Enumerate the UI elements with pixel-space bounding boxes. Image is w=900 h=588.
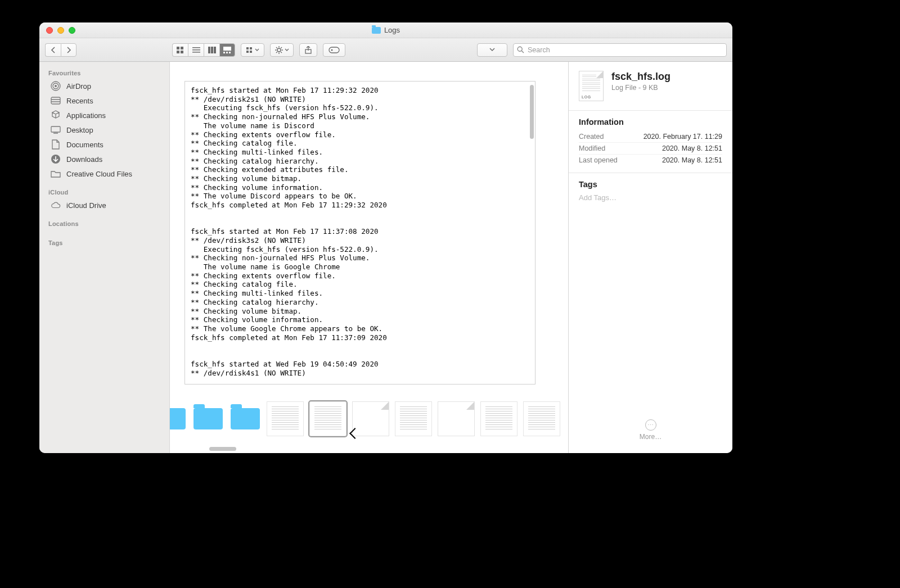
info-label: Created (579, 133, 604, 141)
file-kind-size: Log File - 9 KB (611, 84, 670, 92)
tag-icon (328, 47, 340, 53)
content-area: fsck_hfs started at Mon Feb 17 11:29:32 … (170, 62, 568, 453)
arrange-button[interactable] (241, 43, 264, 57)
thumbnail-file-selected[interactable] (309, 401, 346, 436)
close-button[interactable] (46, 27, 53, 34)
sidebar-item-airdrop[interactable]: AirDrop (39, 79, 169, 93)
sidebar-header-tags: Tags (39, 237, 169, 248)
tags-section: Tags Add Tags… (569, 173, 732, 209)
column-view-button[interactable] (204, 43, 219, 57)
svg-rect-8 (211, 47, 213, 53)
folder-icon (372, 27, 381, 34)
sidebar-item-downloads[interactable]: Downloads (39, 152, 169, 166)
search-input[interactable] (528, 46, 723, 54)
chevron-down-icon (285, 48, 289, 52)
svg-point-30 (518, 47, 522, 51)
more-icon[interactable]: ⋯ (645, 419, 656, 431)
thumbnail-file[interactable] (352, 401, 389, 436)
inspector-panel: LOG fsck_hfs.log Log File - 9 KB Informa… (568, 62, 732, 453)
view-mode-buttons (172, 43, 235, 57)
info-label: Modified (579, 144, 605, 152)
file-icon-tag: LOG (582, 95, 591, 99)
information-section: Information Created 2020. February 17. 1… (569, 110, 732, 173)
reveal-dropdown[interactable] (477, 43, 507, 57)
sidebar-item-creative-cloud[interactable]: Creative Cloud Files (39, 166, 169, 181)
sidebar-item-label: Downloads (66, 155, 102, 164)
svg-line-31 (521, 51, 524, 53)
window-title: Logs (39, 26, 732, 34)
thumbnail-file[interactable] (438, 401, 475, 436)
action-button[interactable] (270, 43, 294, 57)
sidebar-item-desktop[interactable]: Desktop (39, 123, 169, 137)
forward-button[interactable] (61, 43, 76, 57)
file-preview[interactable]: fsck_hfs started at Mon Feb 17 11:29:32 … (184, 81, 536, 385)
search-icon (517, 46, 524, 53)
svg-rect-0 (177, 47, 179, 49)
sidebar-item-recents[interactable]: Recents (39, 93, 169, 108)
thumbnail-file[interactable] (267, 401, 304, 436)
gallery-view-button[interactable] (219, 43, 235, 57)
info-label: Last opened (579, 156, 618, 164)
share-icon (305, 46, 312, 54)
preview-area: fsck_hfs started at Mon Feb 17 11:29:32 … (170, 62, 568, 393)
grid-small-icon (246, 47, 253, 53)
sidebar-item-label: iCloud Drive (66, 201, 106, 210)
svg-rect-3 (181, 51, 183, 53)
sidebar-header-locations: Locations (39, 218, 169, 229)
sidebar: Favourites AirDrop Recents Applications … (39, 62, 170, 453)
log-file-icon: LOG (579, 71, 604, 101)
thumbnail-file[interactable] (523, 401, 560, 436)
recents-icon (51, 96, 61, 106)
sidebar-item-label: Recents (66, 97, 93, 105)
svg-rect-11 (223, 52, 225, 53)
minimize-button[interactable] (57, 27, 64, 34)
inspector-header: LOG fsck_hfs.log Log File - 9 KB (569, 71, 732, 110)
svg-rect-4 (192, 47, 200, 48)
thumbnail-folder[interactable] (170, 401, 187, 436)
preview-text: fsck_hfs started at Mon Feb 17 11:29:32 … (185, 82, 535, 382)
sidebar-item-label: AirDrop (66, 82, 91, 91)
chevron-left-icon (51, 47, 56, 53)
thumbnail-file[interactable] (480, 401, 518, 436)
columns-icon (208, 47, 216, 53)
thumbnail-folder[interactable] (230, 401, 261, 436)
scrollbar-thumb[interactable] (209, 447, 236, 451)
add-tags-field[interactable]: Add Tags… (579, 193, 722, 202)
horizontal-scrollbar[interactable] (170, 444, 568, 453)
toolbar (39, 38, 732, 62)
sidebar-item-icloud-drive[interactable]: iCloud Drive (39, 198, 169, 212)
zoom-button[interactable] (69, 27, 75, 34)
downloads-icon (51, 154, 61, 164)
titlebar: Logs (39, 22, 732, 38)
list-view-button[interactable] (188, 43, 204, 57)
search-field[interactable] (513, 43, 727, 57)
thumbnail-folder[interactable] (192, 401, 224, 436)
tags-button[interactable] (323, 43, 345, 57)
svg-rect-10 (223, 47, 231, 51)
file-name: fsck_hfs.log (611, 71, 670, 83)
documents-icon (51, 139, 61, 150)
sidebar-item-applications[interactable]: Applications (39, 108, 169, 123)
sidebar-header-favourites: Favourites (39, 67, 169, 79)
more-label[interactable]: More… (569, 433, 732, 441)
gear-icon (275, 46, 283, 54)
window-controls (46, 27, 75, 34)
svg-rect-1 (181, 47, 183, 49)
chevron-right-icon (66, 47, 71, 53)
sidebar-item-label: Applications (66, 111, 106, 120)
thumbnail-file[interactable] (395, 401, 432, 436)
svg-line-24 (281, 52, 282, 53)
finder-window: Logs (39, 22, 732, 453)
share-button[interactable] (299, 43, 317, 57)
cloud-icon (51, 200, 61, 210)
window-body: Favourites AirDrop Recents Applications … (39, 62, 732, 453)
scrollbar-thumb[interactable] (530, 85, 534, 139)
icon-view-button[interactable] (172, 43, 188, 57)
svg-rect-9 (214, 47, 216, 53)
sidebar-header-icloud: iCloud (39, 187, 169, 198)
sidebar-item-documents[interactable]: Documents (39, 137, 169, 152)
svg-rect-13 (229, 52, 231, 53)
info-value: 2020. May 8. 12:51 (662, 156, 722, 164)
back-button[interactable] (45, 43, 61, 57)
svg-rect-35 (51, 97, 60, 104)
